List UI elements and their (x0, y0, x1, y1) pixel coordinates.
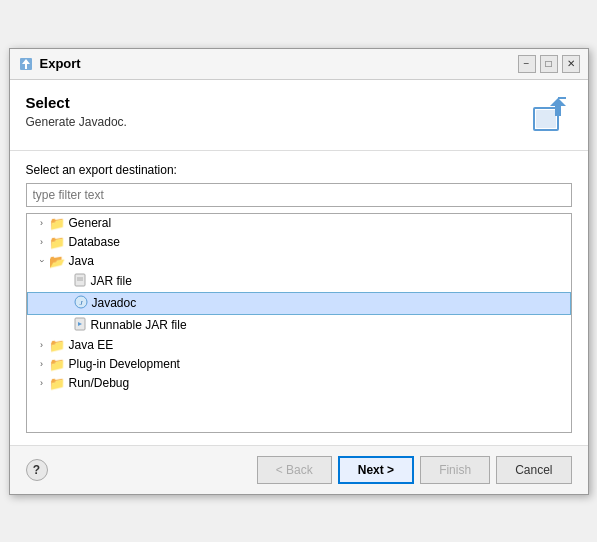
tree-item-general[interactable]: › 📁 General (27, 214, 571, 233)
help-button[interactable]: ? (26, 459, 48, 481)
chevron-plugin: › (35, 359, 49, 369)
chevron-java: › (37, 254, 47, 268)
navigation-buttons: < Back Next > Finish Cancel (257, 456, 572, 484)
next-button[interactable]: Next > (338, 456, 414, 484)
file-icon-jar (73, 273, 87, 290)
export-icon (530, 96, 570, 136)
chevron-database: › (35, 237, 49, 247)
bottom-bar: ? < Back Next > Finish Cancel (10, 445, 588, 494)
title-bar: Export − □ ✕ (10, 49, 588, 80)
tree-item-javadoc[interactable]: J Javadoc (27, 292, 571, 315)
tree-item-java[interactable]: › 📂 Java (27, 252, 571, 271)
label-run-debug: Run/Debug (69, 376, 130, 390)
label-runnable-jar: Runnable JAR file (91, 318, 187, 332)
minimize-button[interactable]: − (518, 55, 536, 73)
label-javadoc: Javadoc (92, 296, 137, 310)
label-general: General (69, 216, 112, 230)
folder-icon-run-debug: 📁 (49, 376, 65, 391)
tree-item-jar-file[interactable]: JAR file (27, 271, 571, 292)
export-window: Export − □ ✕ Select Generate Javadoc. Se… (9, 48, 589, 495)
file-icon-javadoc: J (74, 295, 88, 312)
title-controls: − □ ✕ (518, 55, 580, 73)
back-button[interactable]: < Back (257, 456, 332, 484)
finish-button[interactable]: Finish (420, 456, 490, 484)
folder-icon-general: 📁 (49, 216, 65, 231)
folder-icon-java-ee: 📁 (49, 338, 65, 353)
content-area: Select an export destination: › 📁 Genera… (10, 151, 588, 445)
page-title: Select (26, 94, 127, 111)
label-plugin-dev: Plug-in Development (69, 357, 180, 371)
header-section: Select Generate Javadoc. (10, 80, 588, 151)
close-button[interactable]: ✕ (562, 55, 580, 73)
window-icon (18, 56, 34, 72)
label-jar-file: JAR file (91, 274, 132, 288)
chevron-java-ee: › (35, 340, 49, 350)
page-subtitle: Generate Javadoc. (26, 115, 127, 129)
label-java-ee: Java EE (69, 338, 114, 352)
label-java: Java (69, 254, 94, 268)
tree-item-plugin-dev[interactable]: › 📁 Plug-in Development (27, 355, 571, 374)
chevron-general: › (35, 218, 49, 228)
title-bar-left: Export (18, 56, 81, 72)
chevron-run-debug: › (35, 378, 49, 388)
folder-icon-database: 📁 (49, 235, 65, 250)
destination-label: Select an export destination: (26, 163, 572, 177)
export-icon-container (528, 94, 572, 138)
tree-item-database[interactable]: › 📁 Database (27, 233, 571, 252)
tree-item-runnable-jar[interactable]: Runnable JAR file (27, 315, 571, 336)
filter-input[interactable] (26, 183, 572, 207)
label-database: Database (69, 235, 120, 249)
maximize-button[interactable]: □ (540, 55, 558, 73)
tree-container[interactable]: › 📁 General › 📁 Database › 📂 Java (26, 213, 572, 433)
folder-icon-plugin: 📁 (49, 357, 65, 372)
header-text: Select Generate Javadoc. (26, 94, 127, 129)
file-icon-runnable-jar (73, 317, 87, 334)
folder-icon-java: 📂 (49, 254, 65, 269)
cancel-button[interactable]: Cancel (496, 456, 571, 484)
tree-item-java-ee[interactable]: › 📁 Java EE (27, 336, 571, 355)
tree-item-run-debug[interactable]: › 📁 Run/Debug (27, 374, 571, 393)
window-title: Export (40, 56, 81, 71)
svg-rect-3 (536, 110, 556, 128)
